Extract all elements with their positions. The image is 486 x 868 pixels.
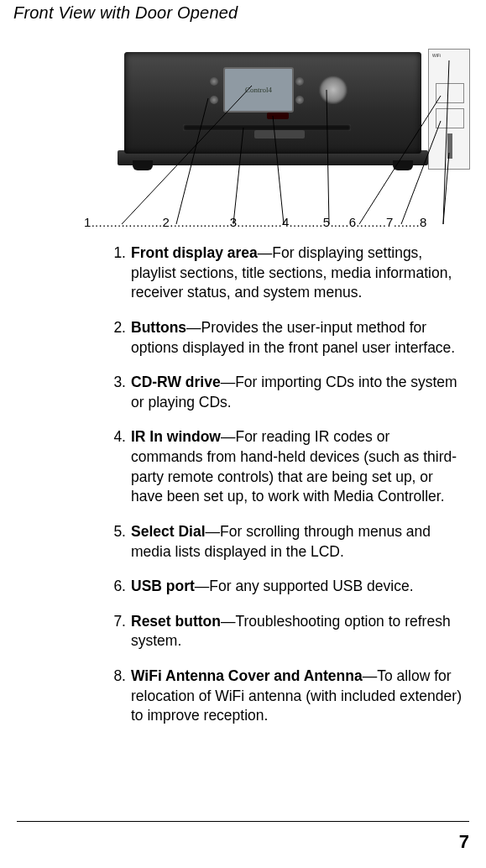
list-item-text: Buttons—Provides the user-input method f… xyxy=(131,318,462,358)
list-item-term: Select Dial xyxy=(131,523,206,540)
device-foot-left xyxy=(133,160,153,170)
list-item-number: 6. xyxy=(101,577,131,597)
front-button-2 xyxy=(210,96,218,104)
device-chassis: Control4 xyxy=(124,52,421,154)
front-display-area: Control4 xyxy=(223,67,294,112)
list-item: 5. Select Dial—For scrolling through men… xyxy=(101,522,462,562)
list-item-term: Buttons xyxy=(131,319,186,336)
ir-in-window xyxy=(267,112,289,119)
device-badge xyxy=(254,130,305,139)
list-item-number: 2. xyxy=(101,318,131,358)
page-number: 7 xyxy=(459,831,469,853)
wifi-antenna-pin xyxy=(447,133,452,159)
list-item-term: Front display area xyxy=(131,244,258,261)
list-item-text: Front display area—For displaying settin… xyxy=(131,243,462,303)
list-item: 2. Buttons—Provides the user-input metho… xyxy=(101,318,462,358)
list-item: 1. Front display area—For displaying set… xyxy=(101,243,462,303)
list-item: 7. Reset button—Troubleshooting option t… xyxy=(101,612,462,651)
device-foot-right xyxy=(393,160,413,170)
list-item: 3. CD-RW drive—For importing CDs into th… xyxy=(101,373,462,412)
usb-port-slot xyxy=(436,83,464,103)
reset-button-slot xyxy=(436,108,464,128)
device-diagram: Control4 WiFi xyxy=(118,52,453,178)
list-item-term: IR In window xyxy=(131,428,221,445)
open-side-door: WiFi xyxy=(428,49,470,170)
list-item-text: Reset button—Troubleshooting option to r… xyxy=(131,612,462,651)
device-body: Control4 xyxy=(118,52,428,165)
list-item-number: 1. xyxy=(101,243,131,303)
page-title: Front View with Door Opened xyxy=(13,3,238,23)
front-button-1 xyxy=(210,77,218,86)
list-item-number: 7. xyxy=(101,612,131,651)
list-item-desc: —For any supported USB device. xyxy=(195,578,414,594)
footer-rule xyxy=(17,821,469,822)
list-item-text: CD-RW drive—For importing CDs into the s… xyxy=(131,373,462,412)
list-item-text: Select Dial—For scrolling through menus … xyxy=(131,522,462,562)
front-button-4 xyxy=(295,96,304,104)
list-item-term: USB port xyxy=(131,578,195,594)
list-item-term: Reset button xyxy=(131,613,221,630)
list-item-number: 4. xyxy=(101,427,131,507)
list-item-number: 8. xyxy=(101,667,131,726)
list-item-text: IR In window—For reading IR codes or com… xyxy=(131,427,462,507)
list-item-number: 3. xyxy=(101,373,131,412)
callout-number-ruler: 1...................2................3..… xyxy=(84,215,470,229)
list-item: 8. WiFi Antenna Cover and Antenna—To all… xyxy=(101,667,462,726)
list-item-term: CD-RW drive xyxy=(131,374,221,390)
list-item: 6. USB port—For any supported USB device… xyxy=(101,577,462,597)
list-item-text: WiFi Antenna Cover and Antenna—To allow … xyxy=(131,667,462,726)
feature-list: 1. Front display area—For displaying set… xyxy=(101,243,462,741)
list-item-number: 5. xyxy=(101,522,131,562)
list-item: 4. IR In window—For reading IR codes or … xyxy=(101,427,462,507)
list-item-term: WiFi Antenna Cover and Antenna xyxy=(131,667,363,684)
list-item-text: USB port—For any supported USB device. xyxy=(131,577,462,597)
select-dial xyxy=(319,76,348,104)
door-label: WiFi xyxy=(432,53,441,58)
front-button-3 xyxy=(295,77,304,86)
